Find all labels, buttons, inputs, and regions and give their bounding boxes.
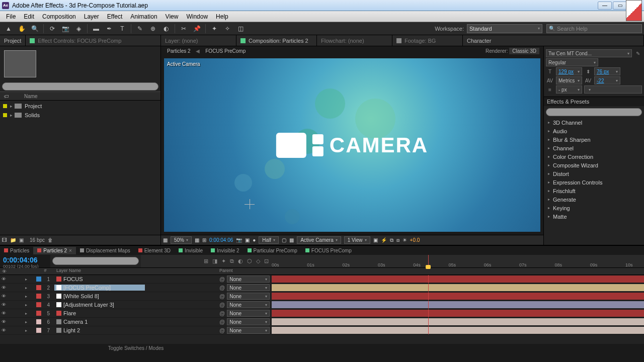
timeline-layer-row[interactable]: 👁▸6Camera 1@None (0, 318, 644, 326)
menu-window[interactable]: Window (182, 13, 212, 20)
local-axis-icon[interactable]: ✦ (209, 24, 220, 34)
safe-zones-icon[interactable]: ▦ (195, 237, 199, 243)
new-folder-icon[interactable]: 📁 (10, 237, 16, 243)
effects-category[interactable]: Blur & Sharpen (544, 135, 644, 144)
grid-icon[interactable]: ⊞ (202, 237, 206, 243)
camera-tool-icon[interactable]: 📷 (60, 24, 71, 34)
panel-flowchart[interactable]: Flowchart: (none) (317, 35, 392, 46)
type-tool-icon[interactable]: T (117, 24, 128, 34)
comp-flowchart-icon[interactable]: ⧈ (396, 237, 399, 243)
brush-tool-icon[interactable]: ✎ (134, 24, 145, 34)
parent-select[interactable]: None (227, 318, 270, 325)
search-help-input[interactable]: Search Help (546, 24, 642, 33)
timeline-layer-row[interactable]: 👁▸3[White Solid 8]@None (0, 292, 644, 301)
pickwhip-icon[interactable]: @ (219, 293, 225, 299)
effects-category[interactable]: Channel (544, 144, 644, 152)
graph-editor-icon[interactable]: ⊡ (264, 258, 269, 264)
menu-view[interactable]: View (162, 13, 183, 20)
fill-stroke-swatch[interactable] (626, 0, 642, 21)
brainstorm-icon[interactable]: ⬡ (247, 258, 252, 264)
composition-canvas[interactable]: Active Camera CAMERA (164, 58, 540, 232)
parent-select[interactable]: None (227, 310, 270, 317)
menu-effect[interactable]: Effect (103, 13, 126, 20)
panel-footage[interactable]: Footage: BG (392, 35, 463, 46)
timeline-layer-row[interactable]: 👁▸1FOCUS@None (0, 275, 644, 284)
eraser-tool-icon[interactable]: ◐ (160, 24, 172, 34)
panel-character[interactable]: Character (463, 35, 644, 46)
project-search-input[interactable] (2, 82, 158, 90)
draft-3d-icon[interactable]: ◨ (212, 258, 217, 264)
timeline-comp-tab[interactable]: Particular PreComp (244, 247, 301, 254)
crumb-focus-precomp[interactable]: FOCUS PreComp (205, 48, 246, 54)
effects-category[interactable]: Frischluft (544, 187, 644, 195)
effects-category[interactable]: Expression Controls (544, 178, 644, 187)
pickwhip-icon[interactable]: @ (219, 327, 225, 333)
timeline-search-input[interactable] (52, 257, 139, 265)
tab-project[interactable]: Project (0, 35, 26, 46)
frame-blend-icon[interactable]: ⧉ (230, 258, 234, 264)
comp-mini-flowchart-icon[interactable]: ⊞ (204, 258, 208, 264)
layer-name-header[interactable]: Layer Name (54, 268, 145, 275)
parent-select[interactable]: None (227, 301, 270, 308)
parent-select[interactable]: None (227, 293, 270, 300)
visibility-toggle-icon[interactable]: 👁 (0, 285, 7, 290)
pan-behind-tool-icon[interactable]: ◈ (73, 24, 84, 34)
menu-file[interactable]: File (2, 13, 20, 20)
font-size-input[interactable]: 129 px (556, 67, 582, 75)
hand-tool-icon[interactable]: ✋ (16, 24, 27, 34)
delete-icon[interactable]: 🗑 (48, 237, 53, 243)
always-preview-icon[interactable]: ▦ (163, 237, 168, 243)
visibility-toggle-icon[interactable]: 👁 (0, 302, 7, 307)
reset-exposure-icon[interactable]: ☀ (403, 237, 407, 243)
timeline-icon[interactable]: ⧉ (390, 237, 393, 243)
view-axis-icon[interactable]: ◫ (235, 24, 246, 34)
pickwhip-icon[interactable]: @ (219, 302, 225, 308)
font-family-select[interactable]: Tw Cen MT Cond... (546, 49, 632, 57)
effects-search-input[interactable] (546, 108, 642, 116)
visibility-toggle-icon[interactable]: 👁 (0, 328, 7, 333)
pixel-aspect-icon[interactable]: ▣ (373, 237, 378, 243)
effects-category[interactable]: Color Correction (544, 152, 644, 161)
timeline-timecode[interactable]: 0:00:04:06 (3, 256, 47, 264)
effects-category[interactable]: Generate (544, 195, 644, 204)
timeline-layer-row[interactable]: 👁▸7Light 2@None (0, 326, 644, 335)
pen-tool-icon[interactable]: ✒ (104, 24, 115, 34)
roi-icon[interactable]: ▢ (282, 237, 286, 243)
effects-category[interactable]: Keying (544, 204, 644, 212)
stroke-style-select[interactable] (584, 85, 642, 94)
panel-layer[interactable]: Layer: (none) (161, 35, 236, 46)
crumb-particles2[interactable]: Particles 2 (167, 48, 191, 54)
parent-select[interactable]: None (227, 276, 270, 283)
pickwhip-icon[interactable]: @ (219, 319, 225, 325)
eyedropper-icon[interactable]: ✎ (634, 51, 642, 56)
interpret-footage-icon[interactable]: 🎞 (2, 237, 7, 243)
motion-blur-icon[interactable]: ◐ (238, 258, 243, 264)
visibility-toggle-icon[interactable]: 👁 (0, 277, 7, 282)
timeline-comp-tab[interactable]: Invisible 2 (207, 247, 243, 254)
timeline-comp-tab[interactable]: Particles (0, 247, 33, 254)
3d-view-select[interactable]: Active Camera (297, 236, 341, 244)
menu-edit[interactable]: Edit (20, 13, 38, 20)
tracking-input[interactable]: -22 (594, 76, 620, 84)
pickwhip-icon[interactable]: @ (219, 310, 225, 316)
transparency-icon[interactable]: ▦ (289, 237, 294, 243)
zoom-select[interactable]: 50% (171, 236, 192, 244)
exposure-value[interactable]: +0.0 (410, 237, 420, 243)
auto-keyframe-icon[interactable]: ◇ (256, 258, 260, 264)
parent-header[interactable]: Parent (217, 268, 272, 275)
visibility-toggle-icon[interactable]: 👁 (0, 294, 7, 299)
font-weight-select[interactable]: Regular (546, 58, 598, 66)
timeline-comp-tab[interactable]: FOCUS PreComp (301, 247, 356, 254)
shy-icon[interactable]: ✦ (221, 258, 226, 264)
timeline-layer-row[interactable]: 👁▸4[Adjustment Layer 3]@None (0, 301, 644, 309)
stroke-width-input[interactable]: - px (556, 85, 582, 94)
timeline-comp-tab[interactable]: Element 3D (134, 247, 175, 254)
snapshot-icon[interactable]: 📷 (236, 237, 242, 243)
renderer-select[interactable]: Classic 3D (509, 48, 539, 54)
fast-previews-icon[interactable]: ⚡ (381, 237, 387, 243)
color-mgmt-icon[interactable]: ● (253, 237, 256, 243)
views-select[interactable]: 1 View (344, 236, 370, 244)
menu-animation[interactable]: Animation (126, 13, 161, 20)
toggle-switches-button[interactable]: Toggle Switches / Modes (0, 345, 272, 351)
pickwhip-icon[interactable]: @ (219, 285, 225, 291)
